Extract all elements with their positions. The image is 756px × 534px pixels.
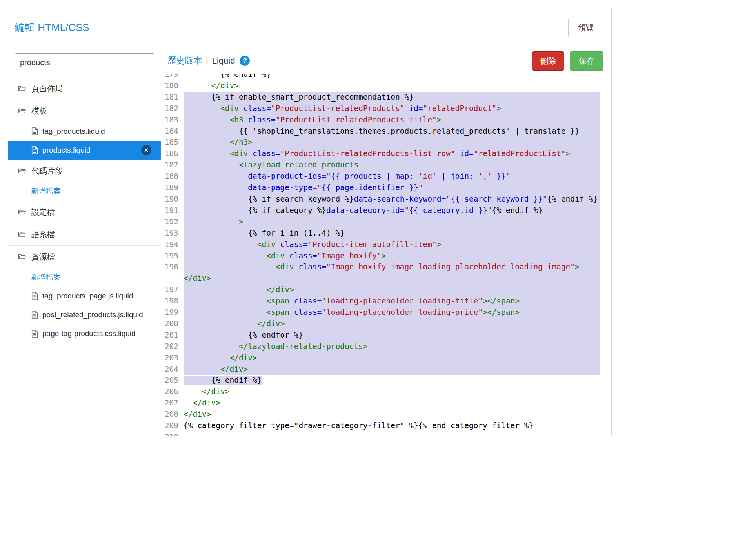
line-number — [161, 273, 178, 284]
sidebar-folder[interactable]: 資源檔 — [8, 246, 161, 268]
code-line[interactable]: <span class="loading-placeholder loading… — [184, 307, 600, 318]
save-button[interactable]: 保存 — [570, 51, 603, 71]
editor-main: 歷史版本 | Liquid ? 刪除 保存 179 {% endif %}180… — [161, 47, 611, 436]
line-number: 202 — [161, 341, 178, 352]
toolbar-left: 歷史版本 | Liquid ? — [167, 55, 250, 67]
sidebar-file-item[interactable]: products.liquid× — [8, 141, 161, 160]
code-line[interactable]: <div class="Image-boxify-image loading-p… — [184, 262, 600, 273]
line-number: 203 — [161, 352, 178, 364]
editor-line: 201 {% endfor %} — [161, 330, 611, 341]
editor-line: 206 </div> — [161, 386, 611, 398]
code-line[interactable]: {% endif %} — [184, 375, 600, 386]
line-number: 208 — [161, 409, 178, 420]
sidebar-file-item[interactable]: post_related_products.js.liquid — [8, 305, 161, 324]
editor-line: 186 <div class="ProductList-relatedProdu… — [161, 148, 611, 160]
file-search-input[interactable] — [15, 53, 154, 71]
sidebar-folder[interactable]: 代碼片段 — [8, 160, 161, 182]
line-number: 191 — [161, 205, 178, 216]
code-line[interactable]: <div class="ProductList-relatedProducts-… — [184, 148, 600, 160]
file-name: page-tag-products.css.liquid — [42, 329, 136, 338]
page-title: 編輯 HTML/CSS — [15, 21, 89, 35]
line-number: 209 — [161, 420, 178, 432]
code-line[interactable]: {% endfor %} — [184, 330, 600, 341]
editor-line: 210 — [161, 432, 611, 436]
line-number: 186 — [161, 148, 178, 160]
line-number: 196 — [161, 262, 178, 273]
code-line[interactable]: </div> — [184, 352, 600, 364]
code-editor[interactable]: 179 {% endif %}180 </div>181 {% if enabl… — [161, 74, 611, 436]
line-number: 183 — [161, 114, 178, 126]
html-css-editor-panel: 編輯 HTML/CSS 預覽 頁面佈局模板tag_products.liquid… — [8, 8, 612, 436]
code-line[interactable]: </div> — [184, 284, 600, 296]
code-line[interactable]: </div> — [184, 364, 600, 375]
line-number: 197 — [161, 284, 178, 296]
panel-body: 頁面佈局模板tag_products.liquidproducts.liquid… — [8, 47, 611, 436]
code-line[interactable]: </div> — [184, 273, 600, 284]
code-line[interactable]: </div> — [184, 318, 600, 330]
close-file-icon[interactable]: × — [141, 145, 151, 155]
code-line[interactable]: > — [184, 216, 600, 228]
code-line[interactable]: <span class="loading-placeholder loading… — [184, 296, 600, 307]
code-line[interactable]: </div> — [184, 409, 600, 420]
code-line[interactable]: </h3> — [184, 137, 600, 148]
editor-line: 207 </div> — [161, 398, 611, 409]
editor-toolbar: 歷史版本 | Liquid ? 刪除 保存 — [161, 47, 611, 74]
delete-button[interactable]: 刪除 — [532, 51, 564, 71]
editor-line: 179 {% endif %} — [161, 74, 611, 80]
sidebar-group: 代碼片段新增檔案 — [8, 160, 161, 201]
code-line[interactable]: <div class="ProductList-relatedProducts"… — [184, 103, 600, 114]
folder-label: 設定檔 — [31, 207, 55, 218]
code-line[interactable]: {% if enable_smart_product_recommendatio… — [184, 92, 600, 103]
editor-line: 184 {{ 'shopline_translations.themes.pro… — [161, 126, 611, 137]
line-number: 210 — [161, 432, 178, 436]
code-line[interactable]: {{ 'shopline_translations.themes.product… — [184, 126, 600, 137]
code-line[interactable] — [184, 432, 600, 436]
line-number: 190 — [161, 194, 178, 205]
file-name: post_related_products.js.liquid — [42, 311, 143, 319]
editor-line: 192 > — [161, 216, 611, 228]
code-line[interactable]: </lazyload-related-products> — [184, 341, 600, 352]
sidebar-folder[interactable]: 設定檔 — [8, 201, 161, 223]
editor-line: 182 <div class="ProductList-relatedProdu… — [161, 103, 611, 114]
code-line[interactable]: </div> — [184, 386, 600, 398]
sidebar-file-item[interactable]: tag_products.liquid — [8, 122, 161, 141]
new-file-link[interactable]: 新增檔案 — [31, 186, 61, 196]
code-line[interactable]: {% if category %}data-category-id="{{ ca… — [184, 205, 600, 216]
file-icon — [31, 311, 38, 319]
editor-line: 181 {% if enable_smart_product_recommend… — [161, 92, 611, 103]
sidebar-group: 模板tag_products.liquidproducts.liquid× — [8, 100, 161, 160]
code-lines: 179 {% endif %}180 </div>181 {% if enabl… — [161, 74, 611, 436]
code-line[interactable]: {% if search_keyword %}data-search-keywo… — [184, 194, 600, 205]
sidebar-file-item[interactable]: tag_products_page.js.liquid — [8, 287, 161, 305]
code-line[interactable]: <lazyload-related-products — [184, 160, 600, 171]
code-line[interactable]: <div class="Image-boxify"> — [184, 251, 600, 262]
line-number: 201 — [161, 330, 178, 341]
line-number: 199 — [161, 307, 178, 318]
code-line[interactable]: data-product-ids="{{ products | map: 'id… — [184, 171, 600, 182]
code-line[interactable]: <div class="Product-item autofill-item"> — [184, 239, 600, 251]
code-line[interactable]: {% category_filter type="drawer-category… — [184, 420, 600, 432]
code-line[interactable]: </div> — [184, 80, 600, 92]
folder-icon — [18, 107, 26, 115]
folder-icon — [18, 252, 26, 261]
code-line[interactable]: {% for i in (1..4) %} — [184, 228, 600, 239]
file-name: tag_products.liquid — [42, 127, 105, 136]
code-line[interactable]: data-page-type="{{ page.identifier }}" — [184, 182, 600, 194]
code-line[interactable]: <h3 class="ProductList-relatedProducts-t… — [184, 114, 600, 126]
line-number: 180 — [161, 80, 178, 92]
help-icon[interactable]: ? — [240, 56, 250, 66]
code-line[interactable]: {% endif %} — [184, 74, 600, 80]
sidebar-folder[interactable]: 模板 — [8, 100, 161, 122]
file-name: tag_products_page.js.liquid — [42, 292, 133, 300]
history-versions-link[interactable]: 歷史版本 — [167, 55, 202, 67]
folder-icon — [18, 167, 26, 175]
preview-button[interactable]: 預覽 — [568, 18, 603, 37]
sidebar-folder[interactable]: 頁面佈局 — [8, 78, 161, 100]
line-number: 188 — [161, 171, 178, 182]
sidebar-folder[interactable]: 語系檔 — [8, 223, 161, 245]
sidebar-file-item[interactable]: page-tag-products.css.liquid — [8, 324, 161, 343]
editor-line: 180 </div> — [161, 80, 611, 92]
code-line[interactable]: </div> — [184, 398, 600, 409]
new-file-link[interactable]: 新增檔案 — [31, 272, 61, 282]
line-number: 189 — [161, 182, 178, 194]
